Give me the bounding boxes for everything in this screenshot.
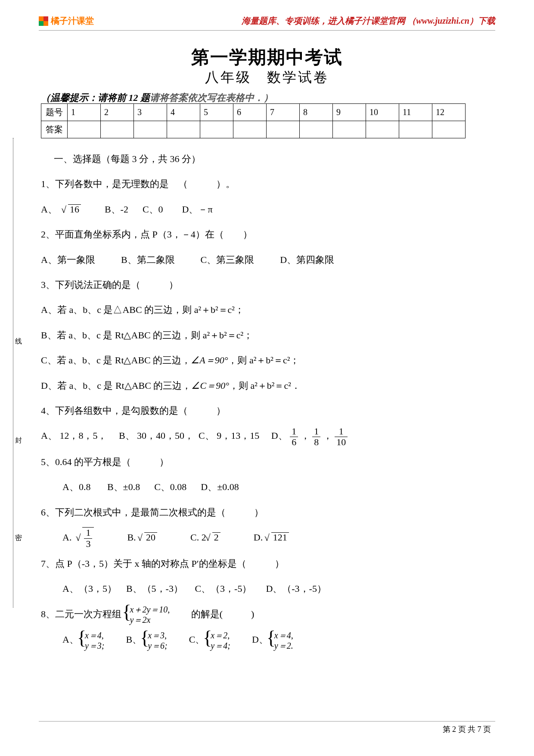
q5-d: D、±0.08 bbox=[201, 481, 239, 492]
fraction: 13 bbox=[84, 528, 92, 549]
answer-cell[interactable] bbox=[233, 121, 267, 138]
equation-system: x＝2,y＝4; bbox=[205, 630, 230, 651]
col-num: 9 bbox=[333, 104, 366, 121]
q6-stem: 6、下列二次根式中，是最简二次根式的是（ ） bbox=[41, 502, 495, 523]
sqrt-icon: 16 bbox=[62, 199, 81, 220]
q1-b: B、-2 bbox=[105, 204, 128, 215]
answer-cell[interactable] bbox=[399, 121, 432, 138]
instruction-text: （温馨提示：请将前 12 题请将答案依次写在表格中．） bbox=[41, 91, 273, 104]
answer-cell[interactable] bbox=[366, 121, 399, 138]
sqrt-icon: 13 bbox=[76, 527, 94, 549]
fraction: 16 bbox=[290, 426, 298, 447]
q7-c: C、（3，-5） bbox=[195, 583, 251, 594]
col-num: 7 bbox=[267, 104, 300, 121]
page-header: 橘子汁课堂 海量题库、专项训练，进入橘子汁课堂官网 （www.juzizhi.c… bbox=[39, 15, 495, 27]
header-download-link[interactable]: 海量题库、专项训练，进入橘子汁课堂官网 （www.juzizhi.cn）下载 bbox=[242, 15, 495, 27]
brand-name: 橘子汁课堂 bbox=[51, 15, 94, 27]
answer-cell[interactable] bbox=[432, 121, 466, 138]
col-num: 5 bbox=[200, 104, 233, 121]
table-row: 答案 bbox=[41, 121, 466, 138]
exam-page: 橘子汁课堂 海量题库、专项训练，进入橘子汁课堂官网 （www.juzizhi.c… bbox=[0, 0, 534, 756]
q2-c: C、第三象限 bbox=[201, 250, 255, 270]
logo-icon bbox=[39, 16, 48, 26]
section-heading: 一、选择题（每题 3 分，共 36 分） bbox=[41, 149, 495, 169]
fraction: 18 bbox=[312, 426, 320, 447]
col-num: 2 bbox=[101, 104, 134, 121]
col-num: 8 bbox=[300, 104, 333, 121]
equation-system: x＝4,y＝2. bbox=[268, 630, 293, 651]
answer-cell[interactable] bbox=[200, 121, 233, 138]
brand-logo: 橘子汁课堂 bbox=[39, 15, 94, 27]
q1-a: A、 16 bbox=[41, 204, 81, 215]
q4-c: C、 9，13，15 bbox=[199, 430, 259, 441]
col-num: 4 bbox=[167, 104, 200, 121]
answer-cell[interactable] bbox=[134, 121, 167, 138]
row-label-answer: 答案 bbox=[41, 121, 68, 138]
answer-cell[interactable] bbox=[101, 121, 134, 138]
q4-d: D、 16 ， 18 ， 110 bbox=[271, 430, 348, 441]
margin-label: 线 bbox=[14, 332, 23, 345]
q5-c: C、0.08 bbox=[154, 481, 186, 492]
hint-prefix: （温馨提示：请将前 12 题 bbox=[41, 92, 150, 103]
q4-options: A、 12，8，5， B、 30，40，50， C、 9，13，15 D、 16… bbox=[41, 425, 495, 447]
q3-b: B、若 a、b、c 是 Rt△ABC 的三边，则 a²＋b²＝c²； bbox=[41, 325, 495, 346]
q7-a: A、（3，5） bbox=[62, 583, 117, 594]
q2-stem: 2、平面直角坐标系内，点 P（3，－4）在（ ） bbox=[41, 224, 495, 245]
q5-stem: 5、0.64 的平方根是（ ） bbox=[41, 452, 495, 472]
equation-system: x＝4,y＝3; bbox=[79, 630, 105, 651]
header-divider bbox=[39, 30, 495, 31]
q6-b: B. 20 bbox=[127, 532, 157, 543]
answer-cell[interactable] bbox=[300, 121, 333, 138]
margin-label: 密 bbox=[14, 528, 23, 541]
q1-options: A、 16 B、-2 C、0 D、－π bbox=[41, 199, 495, 220]
col-num: 11 bbox=[399, 104, 432, 121]
q1-c: C、0 bbox=[143, 204, 163, 215]
q3-c: C、若 a、b、c 是 Rt△ABC 的三边，∠A＝90°，则 a²＋b²＝c²… bbox=[41, 350, 495, 371]
footer-divider bbox=[39, 721, 495, 722]
margin-label: 封 bbox=[14, 431, 23, 444]
binding-line bbox=[13, 138, 13, 608]
answer-cell[interactable] bbox=[333, 121, 366, 138]
q8-stem: 8、二元一次方程组 x＋2y＝10, y＝2x 的解是( ) bbox=[41, 604, 495, 625]
page-title: 第一学期期中考试 bbox=[0, 45, 534, 69]
answer-cell[interactable] bbox=[68, 121, 101, 138]
page-subtitle: 八年级 数学试卷 bbox=[0, 68, 534, 87]
page-number: 第 2 页 共 7 页 bbox=[443, 724, 491, 734]
hint-suffix: 请将答案依次写在表格中．） bbox=[150, 92, 273, 103]
sqrt-icon: 20 bbox=[138, 527, 157, 548]
q3-stem: 3、下列说法正确的是（ ） bbox=[41, 275, 495, 295]
sqrt-icon: 2 bbox=[206, 527, 220, 548]
q8-options: A、x＝4,y＝3; B、x＝3,y＝6; C、x＝2,y＝4; D、x＝4,y… bbox=[41, 629, 495, 651]
col-num: 6 bbox=[233, 104, 267, 121]
q1-d: D、－π bbox=[182, 204, 213, 215]
q2-b: B、第二象限 bbox=[121, 250, 175, 270]
equation-system: x＝3,y＝6; bbox=[142, 630, 168, 651]
q6-c: C. 22 bbox=[190, 532, 220, 543]
fraction: 110 bbox=[335, 426, 348, 447]
q8-a: A、x＝4,y＝3; bbox=[62, 629, 104, 651]
q5-a: A、0.8 bbox=[62, 481, 90, 492]
q3-d: D、若 a、b、c 是 Rt△ABC 的三边，∠C＝90°，则 a²＋b²＝c²… bbox=[41, 375, 495, 396]
q4-a: A、 12，8，5， bbox=[41, 430, 107, 441]
q6-a: A. 13 bbox=[62, 532, 96, 543]
q1-stem: 1、下列各数中，是无理数的是 （ ）。 bbox=[41, 174, 495, 194]
q8-d: D、x＝4,y＝2. bbox=[252, 629, 293, 651]
q4-b: B、 30，40，50， bbox=[119, 430, 194, 441]
sqrt-icon: 121 bbox=[265, 527, 289, 548]
col-num: 12 bbox=[432, 104, 466, 121]
row-label-number: 题号 bbox=[41, 104, 68, 121]
questions-body: 一、选择题（每题 3 分，共 36 分） 1、下列各数中，是无理数的是 （ ）。… bbox=[41, 144, 495, 655]
answer-cell[interactable] bbox=[167, 121, 200, 138]
col-num: 10 bbox=[366, 104, 399, 121]
q5-options: A、0.8 B、±0.8 C、0.08 D、±0.08 bbox=[41, 477, 495, 497]
answer-grid: 题号 1 2 3 4 5 6 7 8 9 10 11 12 答案 bbox=[41, 103, 466, 138]
q2-options: A、第一象限 B、第二象限 C、第三象限 D、第四象限 bbox=[41, 250, 495, 270]
q3-a: A、若 a、b、c 是△ABC 的三边，则 a²＋b²＝c²； bbox=[41, 300, 495, 320]
col-num: 1 bbox=[68, 104, 101, 121]
q8-b: B、x＝3,y＝6; bbox=[126, 629, 167, 651]
q6-options: A. 13 B. 20 C. 22 D. 121 bbox=[41, 527, 495, 549]
q6-d: D. 121 bbox=[254, 532, 289, 543]
answer-cell[interactable] bbox=[267, 121, 300, 138]
q7-d: D、（-3，-5） bbox=[266, 583, 326, 594]
q2-a: A、第一象限 bbox=[41, 250, 95, 270]
